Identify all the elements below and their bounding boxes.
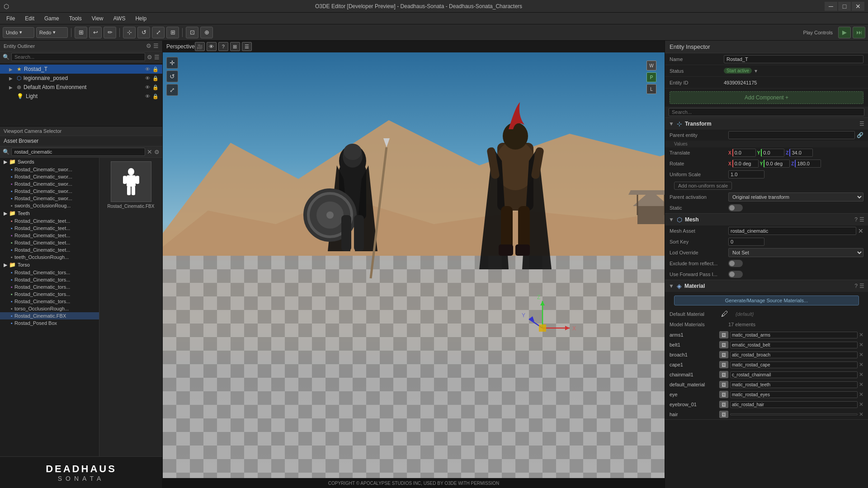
minimize-button[interactable]: ─	[825, 2, 837, 11]
mesh-asset-clear[interactable]: ✕	[858, 227, 863, 235]
viewport-display-btn[interactable]: 👁	[207, 42, 217, 51]
gizmo-l-btn[interactable]: L	[646, 84, 656, 94]
translate-x-input[interactable]	[732, 149, 756, 157]
asset-folder-swords[interactable]: ▶ 📁 Swords	[0, 158, 99, 166]
asset-item-swords-occ[interactable]: ▪ swords_OcclusionRoug...	[0, 202, 99, 209]
translate-z-input[interactable]	[789, 149, 813, 157]
mat-clear-chainmail1[interactable]: ✕	[859, 371, 863, 378]
sort-key-input[interactable]	[728, 238, 764, 246]
asset-item-sword3[interactable]: ▪ Rostad_Cinematic_swor...	[0, 180, 99, 188]
outliner-filter2-icon[interactable]: ⚙	[147, 54, 152, 61]
menu-tools[interactable]: Tools	[65, 14, 86, 23]
mat-clear-belt1[interactable]: ✕	[859, 342, 863, 348]
viewport-cam-btn[interactable]: 🎥	[195, 42, 205, 51]
asset-item-torso5[interactable]: ▪ Rostad_Cinematic_tors...	[0, 298, 99, 305]
parent-entity-link-icon[interactable]: 🔗	[857, 132, 863, 138]
viewport-help-btn[interactable]: ?	[218, 42, 228, 51]
undo-button[interactable]: ↩	[89, 27, 102, 38]
parent-activation-select[interactable]: Original relative transform	[728, 192, 863, 202]
asset-item-torso4[interactable]: ▪ Rostad_Cinematic_tors...	[0, 291, 99, 298]
status-dropdown-arrow[interactable]: ▾	[755, 68, 757, 74]
tree-item-rostad-vis[interactable]: 👁	[145, 66, 150, 72]
transform-button[interactable]: ⊞	[166, 27, 179, 38]
outliner-sort-icon[interactable]: ☰	[154, 54, 160, 61]
menu-help[interactable]: Help	[131, 14, 151, 23]
tree-item-light-vis[interactable]: 👁	[145, 94, 150, 99]
lod-override-select[interactable]: Not Set	[728, 248, 863, 257]
asset-item-teeth1[interactable]: ▪ Rostad_Cinematic_teet...	[0, 217, 99, 225]
asset-item-sword1[interactable]: ▪ Rostad_Cinematic_swor...	[0, 166, 99, 173]
uniform-scale-input[interactable]	[728, 170, 764, 178]
create-entity-button[interactable]: ⊞	[75, 27, 87, 38]
mat-clear-arms1[interactable]: ✕	[859, 332, 863, 338]
translate-y-input[interactable]	[761, 149, 784, 157]
mat-clear-default-mat[interactable]: ✕	[859, 381, 863, 388]
asset-search-clear[interactable]: ✕	[147, 148, 152, 155]
asset-item-torso3[interactable]: ▪ Rostad_Cinematic_tors...	[0, 283, 99, 291]
asset-item-torso2[interactable]: ▪ Rostad_Cinematic_tors...	[0, 276, 99, 283]
menu-game[interactable]: Game	[40, 14, 64, 23]
rotate-x-input[interactable]	[732, 160, 759, 168]
asset-item-sword5[interactable]: ▪ Rostad_Cinematic_swor...	[0, 195, 99, 202]
redo-dropdown[interactable]: Redo ▾	[36, 27, 68, 38]
gizmo-w-btn[interactable]: W	[646, 61, 656, 70]
static-toggle[interactable]	[728, 204, 743, 211]
rotate-z-input[interactable]	[795, 160, 821, 168]
asset-folder-teeth[interactable]: ▶ 📁 Teeth	[0, 209, 99, 217]
play-step-button[interactable]: ⏭	[853, 27, 865, 38]
asset-item-posed-box[interactable]: ▪ Rostad_Posed Box	[0, 319, 99, 327]
snap-button[interactable]: ⊡	[186, 27, 198, 38]
gen-source-button[interactable]: Generate/Manage Source Materials...	[674, 296, 859, 305]
transform-header[interactable]: ▼ ⊹ Transform ☰	[665, 118, 868, 130]
tree-item-rostad-lock[interactable]: 🔒	[152, 66, 159, 72]
rotate-button[interactable]: ↺	[137, 27, 150, 38]
move-button[interactable]: ⊹	[123, 27, 136, 38]
tree-item-rostad[interactable]: ▶ ★ Rostad_T 👁 🔒	[0, 65, 162, 74]
asset-item-sword2[interactable]: ▪ Rostad_Cinematic_swor...	[0, 173, 99, 180]
asset-search-input[interactable]	[11, 148, 145, 156]
undo-dropdown[interactable]: Undo ▾	[3, 27, 34, 38]
menu-edit[interactable]: Edit	[20, 14, 39, 23]
redo-button[interactable]: ✏	[104, 27, 116, 38]
asset-item-torso1[interactable]: ▪ Rostad_Cinematic_tors...	[0, 269, 99, 276]
camera-button[interactable]: ⊕	[200, 27, 213, 38]
tree-item-atom-vis[interactable]: 👁	[145, 84, 150, 90]
mesh-question-btn[interactable]: ?	[854, 216, 858, 223]
tree-item-leg-vis[interactable]: 👁	[145, 75, 150, 81]
gizmo-p-btn[interactable]: P	[646, 72, 656, 82]
tree-item-legionnaire[interactable]: ▶ ⬡ legionnaire_posed 👁 🔒	[0, 74, 162, 83]
inspector-search-input[interactable]	[669, 108, 864, 116]
play-button[interactable]: ▶	[838, 27, 851, 38]
tree-item-atom-env[interactable]: ▶ ⊛ Default Atom Environment 👁 🔒	[0, 83, 162, 92]
exclude-reflect-toggle[interactable]	[728, 260, 743, 267]
default-material-edit-icon[interactable]: 🖊	[721, 310, 728, 318]
outliner-search-input[interactable]	[11, 53, 145, 61]
asset-item-teeth2[interactable]: ▪ Rostad_Cinematic_teet...	[0, 225, 99, 232]
menu-file[interactable]: File	[2, 14, 19, 23]
tree-item-atom-lock[interactable]: 🔒	[152, 84, 159, 90]
material-action-btn[interactable]: ☰	[859, 283, 864, 289]
vp-gizmo-scale[interactable]: ⤢	[166, 84, 178, 96]
mat-clear-cape1[interactable]: ✕	[859, 361, 863, 368]
maximize-button[interactable]: □	[838, 2, 851, 11]
use-forward-toggle[interactable]	[728, 271, 743, 278]
asset-folder-torso[interactable]: ▶ 📁 Torso	[0, 261, 99, 269]
mat-clear-broach1[interactable]: ✕	[859, 352, 863, 358]
outliner-menu-icon[interactable]: ☰	[153, 42, 159, 49]
viewport-grid-btn[interactable]: ⊞	[230, 42, 240, 51]
asset-item-selected-fbx[interactable]: ▪ Rostad_Cinematic.FBX	[0, 312, 99, 319]
close-button[interactable]: ✕	[852, 2, 864, 11]
rotate-y-input[interactable]	[764, 160, 790, 168]
transform-action-btn[interactable]: ☰	[859, 121, 864, 127]
mat-clear-eye[interactable]: ✕	[859, 391, 863, 398]
scale-button[interactable]: ⤢	[152, 27, 165, 38]
add-component-button[interactable]: Add Component +	[670, 91, 863, 104]
asset-item-teeth5[interactable]: ▪ Rostad_Cinematic_teet...	[0, 246, 99, 253]
mat-clear-hair[interactable]: ✕	[859, 411, 863, 418]
outliner-filter-icon[interactable]: ⚙	[146, 42, 151, 49]
tree-item-leg-lock[interactable]: 🔒	[152, 75, 159, 81]
asset-search-options[interactable]: ⚙	[154, 149, 160, 155]
vp-gizmo-rotate[interactable]: ↺	[166, 70, 178, 82]
menu-aws[interactable]: AWS	[109, 14, 130, 23]
material-question-btn[interactable]: ?	[854, 283, 858, 289]
